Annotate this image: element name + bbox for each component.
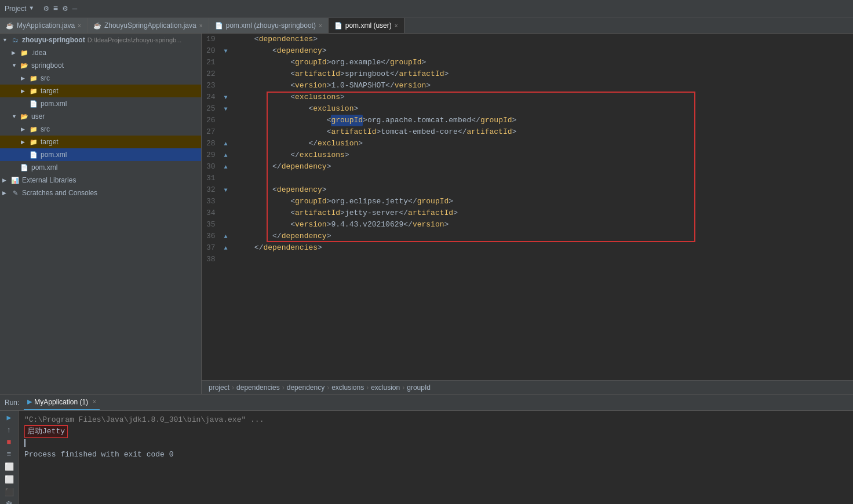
sidebar-item-target-user[interactable]: ▶ 📁 target: [0, 136, 201, 148]
tab-zhouyu-label: ZhouyuSpringApplication.java: [104, 21, 196, 30]
code-line-33: <groupId>org.eclipse.jetty</groupId>: [236, 196, 848, 207]
console-output[interactable]: "C:\Program Files\Java\jdk1.8.0_301\bin\…: [19, 411, 853, 504]
tab-zhouyu-close[interactable]: ×: [199, 23, 203, 29]
sidebar-item-pom-sb[interactable]: 📄 pom.xml: [0, 97, 201, 110]
code-line-24: <exclusions>: [236, 92, 848, 103]
java-icon: ☕: [6, 22, 14, 30]
code-line-23: <version>1.0-SNAPSHOT</version>: [236, 80, 848, 92]
title-bar-left: Project ▼ ⚙ ≡ ⚙ —: [5, 3, 77, 13]
sidebar-item-external-libs[interactable]: ▶ 📊 External Libraries: [0, 174, 201, 187]
project-label[interactable]: Project: [5, 5, 26, 13]
user-arrow: ▼: [12, 114, 20, 119]
springboot-label: springboot: [31, 61, 64, 70]
pom-sb-icon: 📄: [29, 99, 38, 108]
springboot-icon: 📂: [20, 61, 29, 70]
src-sb-icon: 📁: [29, 74, 38, 83]
src-user-icon: 📁: [29, 125, 38, 134]
src-user-label: src: [41, 125, 50, 133]
console-line-exit: Process finished with exit code 0: [24, 449, 847, 461]
code-editor[interactable]: 19 20 21 22 23 24 25 26 27 28 29 30 31 3…: [202, 34, 853, 380]
sidebar-item-scratches[interactable]: ▶ ✎ Scratches and Consoles: [0, 187, 201, 199]
scratches-arrow: ▶: [2, 190, 10, 196]
xml-icon-1: 📄: [215, 22, 223, 30]
sidebar-item-springboot[interactable]: ▼ 📂 springboot: [0, 59, 201, 72]
code-line-30: </dependency>: [236, 161, 848, 173]
ext-libs-label: External Libraries: [22, 176, 76, 184]
target-user-icon: 📁: [29, 137, 38, 147]
print-icon[interactable]: ⬛: [3, 488, 16, 497]
tab-myapp[interactable]: ☕ MyApplication.java ×: [0, 18, 88, 33]
tab-pom-user-close[interactable]: ×: [395, 23, 398, 29]
src-sb-label: src: [41, 74, 50, 82]
breadcrumb-exclusion[interactable]: exclusion: [371, 384, 400, 392]
run-tab-myapp[interactable]: ▶ MyApplication (1) ×: [24, 395, 100, 410]
tab-pom-user[interactable]: 📄 pom.xml (user) ×: [329, 18, 404, 33]
target-sb-arrow: ▶: [21, 88, 29, 94]
list-icon[interactable]: ≡: [53, 4, 58, 13]
code-line-22: <artifactId>springboot</artifactId>: [236, 68, 848, 80]
tabs-bar: ☕ MyApplication.java × ☕ ZhouyuSpringApp…: [0, 17, 853, 34]
console-line-cmd: "C:\Program Files\Java\jdk1.8.0_301\bin\…: [24, 414, 847, 426]
code-line-25: <exclusion>: [236, 103, 848, 115]
code-content: 19 20 21 22 23 24 25 26 27 28 29 30 31 3…: [202, 34, 853, 380]
idea-label: .idea: [31, 49, 46, 57]
code-line-26: <groupId>org.apache.tomcat.embed</groupI…: [236, 115, 848, 126]
console-cmd-text: "C:\Program Files\Java\jdk1.8.0_301\bin\…: [24, 414, 264, 426]
code-line-36: </dependency>: [236, 231, 848, 242]
breadcrumb-dependencies[interactable]: dependencies: [236, 384, 280, 392]
minimize-icon[interactable]: —: [72, 4, 77, 13]
sidebar-item-idea[interactable]: ▶ 📁 .idea: [0, 46, 201, 59]
sidebar-item-pom-user[interactable]: 📄 pom.xml: [0, 148, 201, 161]
line-numbers: 19 20 21 22 23 24 25 26 27 28 29 30 31 3…: [202, 34, 220, 380]
code-line-27: <artifactId>tomcat-embed-core</artifactI…: [236, 126, 848, 138]
java-icon-2: ☕: [93, 22, 101, 30]
user-icon: 📂: [20, 112, 29, 121]
stop-icon[interactable]: ■: [3, 438, 16, 447]
breadcrumb-project[interactable]: project: [209, 384, 229, 392]
src-user-arrow: ▶: [21, 126, 29, 132]
settings-icon[interactable]: ⚙: [63, 3, 67, 13]
run-tab-close[interactable]: ×: [93, 399, 96, 405]
breadcrumb-exclusions[interactable]: exclusions: [331, 384, 364, 392]
tab-myapp-close[interactable]: ×: [78, 23, 81, 29]
filter-icon[interactable]: ≡: [3, 450, 16, 459]
console-line-jetty: 启动Jetty: [24, 426, 847, 437]
xml-icon-2: 📄: [334, 22, 342, 30]
tab-zhouyu[interactable]: ☕ ZhouyuSpringApplication.java ×: [88, 18, 209, 33]
code-line-37: </dependencies>: [236, 242, 848, 254]
target-sb-label: target: [41, 87, 59, 95]
code-line-28: </exclusion>: [236, 138, 848, 149]
run-tabs-bar: Run: ▶ MyApplication (1) ×: [0, 395, 853, 411]
sidebar-item-pom-root[interactable]: 📄 pom.xml: [0, 161, 201, 174]
bottom-panel: Run: ▶ MyApplication (1) × ▶ ↑ ■ ≡ ⬜ ⬜ ⬛…: [0, 394, 853, 504]
sidebar-item-src-user[interactable]: ▶ 📁 src: [0, 123, 201, 136]
target-user-arrow: ▶: [21, 139, 29, 145]
wrap-icon[interactable]: ⬜: [3, 462, 16, 472]
code-line-21: <groupId>org.example</groupId>: [236, 57, 848, 68]
target-user-label: target: [41, 138, 59, 146]
dropdown-arrow[interactable]: ▼: [30, 5, 33, 12]
breadcrumb-bar: project › dependencies › dependency › ex…: [202, 380, 853, 394]
tab-pom-springboot[interactable]: 📄 pom.xml (zhouyu-springboot) ×: [209, 18, 329, 33]
clear-icon[interactable]: 🗑: [3, 501, 16, 504]
sidebar-item-root[interactable]: ▼ 🗂 zhouyu-springboot D:\IdeaProjects\zh…: [0, 34, 201, 46]
layout-icon[interactable]: ⚙: [43, 3, 48, 13]
tab-pom-springboot-close[interactable]: ×: [319, 23, 322, 29]
console-line-cursor: [24, 437, 847, 449]
ext-libs-arrow: ▶: [2, 177, 10, 183]
sidebar-item-target-sb[interactable]: ▶ 📁 target: [0, 85, 201, 97]
rerun-icon[interactable]: ↑: [3, 426, 16, 434]
scroll-icon[interactable]: ⬜: [3, 475, 16, 484]
pom-user-label: pom.xml: [41, 151, 67, 159]
idea-icon: 📁: [20, 48, 29, 57]
springboot-arrow: ▼: [12, 63, 20, 68]
breadcrumb-groupid[interactable]: groupId: [407, 384, 431, 392]
project-icon: 🗂: [10, 35, 20, 45]
breadcrumb-dependency[interactable]: dependency: [287, 384, 325, 392]
sidebar-item-src-sb[interactable]: ▶ 📁 src: [0, 72, 201, 85]
code-line-34: <artifactId>jetty-server</artifactId>: [236, 207, 848, 219]
sidebar-item-user[interactable]: ▼ 📂 user: [0, 110, 201, 123]
run-icon[interactable]: ▶: [3, 413, 16, 422]
sidebar: ▼ 🗂 zhouyu-springboot D:\IdeaProjects\zh…: [0, 34, 202, 394]
tab-myapp-label: MyApplication.java: [17, 21, 75, 30]
